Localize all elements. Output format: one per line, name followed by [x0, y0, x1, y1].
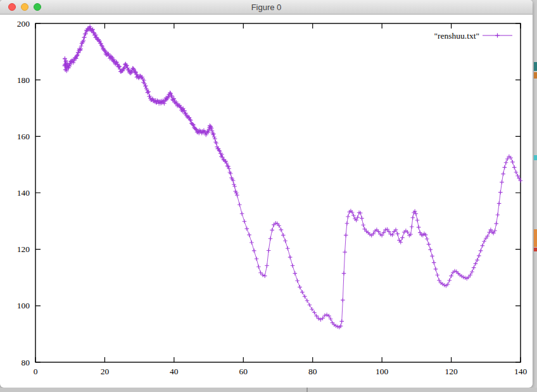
- gnuplot-figure-window: Figure 0 0204060801001201408010012014016…: [0, 0, 533, 388]
- x-tick-label: 120: [445, 367, 458, 376]
- x-tick-label: 60: [239, 367, 248, 376]
- y-tick-label: 200: [17, 19, 30, 28]
- background-window-sliver: [534, 72, 537, 79]
- plot-frame: [35, 23, 521, 362]
- background-window-sliver: [534, 155, 537, 160]
- background-window-sliver: [534, 229, 537, 247]
- x-tick-label: 20: [101, 367, 110, 376]
- window-title: Figure 0: [0, 3, 533, 12]
- x-tick-label: 140: [514, 367, 528, 376]
- x-tick-label: 80: [308, 367, 317, 376]
- y-tick-label: 100: [17, 301, 30, 310]
- plot-canvas: 02040608010012014080100120140160180200"r…: [0, 14, 533, 388]
- y-tick-label: 180: [17, 75, 30, 85]
- x-tick-label: 100: [376, 367, 389, 376]
- background-window-divider: [306, 388, 308, 392]
- data-point-markers: [63, 25, 523, 330]
- y-tick-label: 140: [17, 188, 30, 198]
- y-tick-label: 160: [17, 132, 30, 141]
- background-window-edge-bottom: [0, 388, 537, 392]
- window-titlebar[interactable]: Figure 0: [0, 0, 533, 15]
- desktop-background: Figure 0 0204060801001201408010012014016…: [0, 0, 537, 392]
- x-tick-label: 40: [170, 367, 179, 376]
- background-window-sliver: [534, 248, 537, 251]
- y-tick-label: 80: [22, 358, 30, 367]
- legend-marker-sample: [495, 34, 500, 38]
- x-tick-label: 0: [34, 367, 38, 376]
- y-tick-label: 120: [17, 244, 30, 254]
- background-window-sliver: [534, 62, 537, 71]
- legend-label: "renshuu.txt": [434, 31, 479, 41]
- plot-canvas-area: 02040608010012014080100120140160180200"r…: [0, 14, 533, 388]
